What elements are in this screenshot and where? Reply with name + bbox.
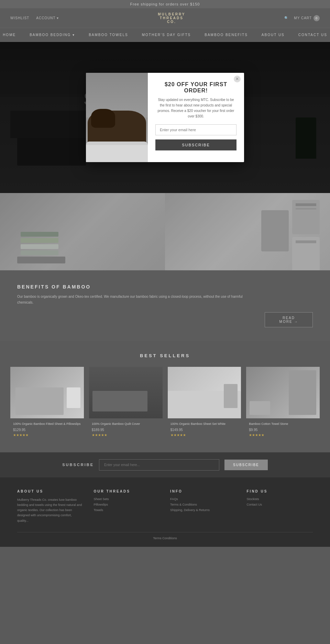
benefits-section: BENEFITS OF BAMBOO Our bamboo is organic… [0,270,330,341]
footer-info-title: INFO [170,489,236,493]
footer-link-contact[interactable]: Contact Us [247,503,313,506]
hero-section: SLEEP YOU'VE EVER HAD ORGANIC BAMBOO BED… [0,42,330,193]
benefits-text: Our bamboo is organically grown and Okeo… [17,294,258,305]
product-image-3 [168,367,241,418]
left-image-overlay [0,193,165,270]
benefits-title: BENEFITS OF BAMBOO [17,284,313,290]
footer-link-pillowslips[interactable]: Pillowslips [94,503,160,506]
header-left: WISHLIST ACCOUNT ▾ [10,16,59,20]
product-price-4: $9.95 [249,428,317,432]
footer-link-faqs[interactable]: FAQs [170,497,236,501]
product-stars-1: ★★★★★ [13,433,81,437]
product-price-3: $149.95 [170,428,239,432]
footer-col-find-us: FIND US Stockists Contact Us [247,489,313,523]
product-stars-3: ★★★★★ [170,433,239,437]
footer-col-about: ABOUT US Mulberry Threads Co. creates lu… [17,489,84,523]
subscribe-bar-label: SUBSCRIBE [62,463,94,467]
product-price-1: $129.95 [13,428,81,432]
nav-item-mothers-day[interactable]: MOTHER'S DAY GIFTS [142,33,191,37]
best-sellers-section: BEST SELLERS 100% Organic Bamboo Fitted … [0,341,330,452]
search-icon[interactable]: 🔍 [284,16,289,20]
nav-item-bamboo-benefits[interactable]: BAMBOO BENEFITS [205,33,248,37]
account-link[interactable]: ACCOUNT ▾ [36,16,59,20]
footer-link-sheets[interactable]: Sheet Sets [94,497,160,501]
product-stars-2: ★★★★★ [92,433,160,437]
wishlist-link[interactable]: WISHLIST [10,16,29,20]
product-card-1[interactable]: 100% Organic Bamboo Fitted Sheet & Pillo… [10,367,84,440]
cart-count: 0 [314,15,320,21]
product-image-2 [89,367,163,418]
product-price-2: $189.95 [92,428,160,432]
nav-item-bamboo-bedding[interactable]: BAMBOO BEDDING [30,33,75,37]
product-card-2[interactable]: 100% Organic Bamboo Quilt Cover $189.95 … [89,367,163,440]
product-name-3: 100% Organic Bamboo Sheet Set White [170,422,239,426]
footer-col-info: INFO FAQs Terms & Conditions Shipping, D… [170,489,236,523]
nav-item-home[interactable]: HOME [3,33,16,37]
modal-title: $20 OFF YOUR FIRST ORDER! [155,81,236,94]
subscribe-bar: SUBSCRIBE SUBSCRIBE [0,452,330,477]
product-name-1: 100% Organic Bamboo Fitted Sheet & Pillo… [13,422,81,426]
main-nav: HOME BAMBOO BEDDING BAMBOO TOWELS MOTHER… [0,28,330,42]
left-feature-image[interactable] [0,193,165,270]
modal-subscribe-button[interactable]: SUBSCRIBE [155,139,236,150]
product-card-3[interactable]: 100% Organic Bamboo Sheet Set White $149… [168,367,241,440]
modal-image [86,73,148,162]
products-grid: 100% Organic Bamboo Fitted Sheet & Pillo… [10,367,320,440]
product-name-4: Bamboo Cotton Towel Stone [249,422,317,426]
nav-item-contact-us[interactable]: CONTACT US [298,33,327,37]
modal-close-button[interactable]: × [234,76,241,82]
cart-button[interactable]: MY CART 0 [294,15,320,21]
subscribe-bar-input[interactable] [99,459,219,471]
footer-link-terms[interactable]: Terms & Conditions [170,503,236,506]
product-info-2: 100% Organic Bamboo Quilt Cover $189.95 … [89,418,163,440]
top-bar: Free shipping for orders over $150 [0,0,330,8]
subscribe-bar-button[interactable]: SUBSCRIBE [224,460,268,470]
nav-item-bamboo-towels[interactable]: BAMBOO TOWELS [89,33,128,37]
right-image-overlay [165,193,330,270]
footer-bottom: Terms Conditions [17,532,313,540]
product-name-2: 100% Organic Bamboo Quilt Cover [92,422,160,426]
two-col-images [0,193,330,270]
footer-threads-title: OUR THREADS [94,489,160,493]
footer-find-us-title: FIND US [247,489,313,493]
subscription-modal: × $20 OFF YOUR FIRST ORDER! Stay updated… [86,73,244,162]
product-stars-4: ★★★★★ [249,433,317,437]
product-info-3: 100% Organic Bamboo Sheet Set White $149… [168,418,241,440]
footer-col-threads: OUR THREADS Sheet Sets Pillowslips Towel… [94,489,160,523]
header-right: 🔍 MY CART 0 [284,15,320,21]
nav-item-about-us[interactable]: ABOUT US [262,33,285,37]
top-bar-text: Free shipping for orders over $150 [130,2,200,6]
footer-link-stockists[interactable]: Stockists [247,497,313,501]
header: WISHLIST ACCOUNT ▾ MULBERRY THREADS Co. … [0,8,330,28]
footer-about-text: Mulberry Threads Co. creates luxe bamboo… [17,497,84,523]
product-card-4[interactable]: Bamboo Cotton Towel Stone $9.95 ★★★★★ [246,367,320,440]
product-info-4: Bamboo Cotton Towel Stone $9.95 ★★★★★ [246,418,320,440]
right-feature-image[interactable] [165,193,330,270]
site-logo[interactable]: MULBERRY THREADS Co. [158,12,185,24]
modal-content: × $20 OFF YOUR FIRST ORDER! Stay updated… [148,73,244,162]
footer-link-towels[interactable]: Towels [94,508,160,512]
footer-link-shipping[interactable]: Shipping, Delivery & Returns [170,508,236,512]
footer: ABOUT US Mulberry Threads Co. creates lu… [0,477,330,547]
modal-email-input[interactable] [155,124,236,135]
modal-description: Stay updated on everything MTC. Subscrib… [155,97,236,119]
product-image-4 [246,367,320,418]
footer-columns: ABOUT US Mulberry Threads Co. creates lu… [17,489,313,523]
product-image-1 [10,367,84,418]
product-info-1: 100% Organic Bamboo Fitted Sheet & Pillo… [10,418,84,440]
footer-about-title: ABOUT US [17,489,84,493]
modal-overlay: × $20 OFF YOUR FIRST ORDER! Stay updated… [0,42,330,193]
footer-terms-link[interactable]: Terms Conditions [153,536,177,540]
read-more-button[interactable]: READ MORE → [265,312,313,327]
best-sellers-title: BEST SELLERS [10,353,320,358]
